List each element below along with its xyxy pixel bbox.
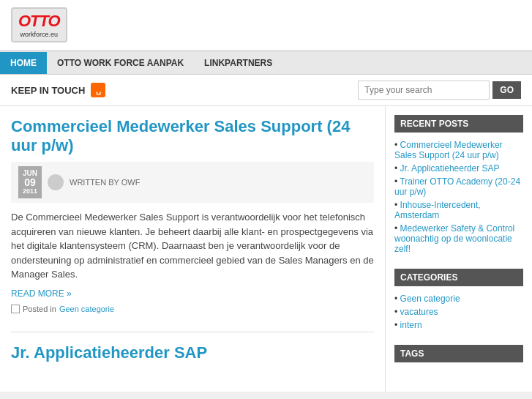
sidebar-post-2[interactable]: Jr. Applicatieheerder SAP — [394, 162, 523, 175]
nav-item-home[interactable]: HOME — [0, 52, 47, 74]
article-2: Jr. Applicatieheerder SAP — [11, 343, 374, 362]
keep-in-touch-left: KEEP IN TOUCH ␣ — [11, 83, 105, 97]
sidebar-recent-posts-list: Commercieel Medewerker Sales Support (24… — [394, 138, 523, 256]
article-1-year: 2011 — [23, 188, 37, 195]
sidebar-tags-title: TAGS — [394, 345, 523, 362]
article-1-category-link[interactable]: Geen categorie — [59, 305, 114, 313]
footer-checkbox-icon — [11, 305, 20, 313]
nav-link-aanpak[interactable]: OTTO WORK FORCE AANPAK — [47, 52, 194, 74]
sidebar-recent-posts: RECENT POSTS Commercieel Medewerker Sale… — [394, 115, 523, 256]
header: OTTO workforce.eu — [0, 0, 532, 52]
sidebar-tags: TAGS — [394, 345, 523, 362]
nav-link-linkpartners[interactable]: LINKPARTNERS — [194, 52, 282, 74]
article-1-date: JUN 09 2011 — [18, 166, 42, 198]
article-1-title: Commercieel Medewerker Sales Support (24… — [11, 117, 374, 156]
logo: OTTO workforce.eu — [11, 7, 67, 42]
logo-subtext: workforce.eu — [18, 31, 60, 38]
article-divider — [11, 332, 374, 332]
sidebar-cat-3[interactable]: intern — [394, 318, 523, 332]
sidebar-recent-posts-title: RECENT POSTS — [394, 115, 523, 133]
sidebar: RECENT POSTS Commercieel Medewerker Sale… — [386, 106, 532, 392]
nav-item-aanpak[interactable]: OTTO WORK FORCE AANPAK — [47, 52, 194, 74]
article-1-day: 09 — [23, 177, 37, 188]
content-area: Commercieel Medewerker Sales Support (24… — [0, 106, 386, 392]
sidebar-post-3[interactable]: Trainer OTTO Academy (20-24 uur p/w) — [394, 175, 523, 198]
sidebar-cat-2[interactable]: vacatures — [394, 305, 523, 318]
main-wrapper: Commercieel Medewerker Sales Support (24… — [0, 106, 532, 392]
article-1-read-more[interactable]: READ MORE » — [11, 288, 72, 299]
keep-in-touch-label: KEEP IN TOUCH — [11, 85, 85, 96]
main-nav: HOME OTTO WORK FORCE AANPAK LINKPARTNERS — [0, 52, 532, 75]
article-1-category-label: Posted in — [23, 305, 56, 313]
sidebar-categories-title: CATEGORIES — [394, 269, 523, 286]
logo-text: OTTO — [18, 12, 60, 30]
sidebar-post-1[interactable]: Commercieel Medewerker Sales Support (24… — [394, 138, 523, 162]
article-2-title: Jr. Applicatieheerder SAP — [11, 343, 374, 362]
article-1-author: WRITTEN BY OWF — [70, 178, 140, 187]
nav-link-home[interactable]: HOME — [0, 52, 47, 74]
search-input[interactable] — [358, 81, 490, 100]
article-1-body: De Commercieel Medewerker Sales Support … — [11, 210, 374, 282]
logo-link[interactable]: OTTO workforce.eu — [11, 28, 67, 39]
sidebar-categories: CATEGORIES Geen categorie vacatures inte… — [394, 269, 523, 332]
article-1: Commercieel Medewerker Sales Support (24… — [11, 117, 374, 313]
nav-list: HOME OTTO WORK FORCE AANPAK LINKPARTNERS — [0, 52, 532, 74]
sidebar-categories-list: Geen categorie vacatures intern — [394, 292, 523, 332]
sidebar-post-5[interactable]: Medewerker Safety & Control woonachtig o… — [394, 222, 523, 256]
search-bar: GO — [358, 81, 521, 100]
rss-icon[interactable]: ␣ — [91, 83, 105, 97]
article-1-avatar — [48, 174, 64, 190]
sidebar-cat-1[interactable]: Geen categorie — [394, 292, 523, 305]
keep-in-touch-bar: KEEP IN TOUCH ␣ GO — [0, 75, 532, 106]
article-1-footer: Posted in Geen categorie — [11, 305, 374, 313]
nav-item-linkpartners[interactable]: LINKPARTNERS — [194, 52, 282, 74]
search-go-button[interactable]: GO — [492, 81, 521, 99]
article-1-meta: JUN 09 2011 WRITTEN BY OWF — [11, 162, 374, 203]
sidebar-post-4[interactable]: Inhouse-Intercedent, Amsterdam — [394, 198, 523, 222]
